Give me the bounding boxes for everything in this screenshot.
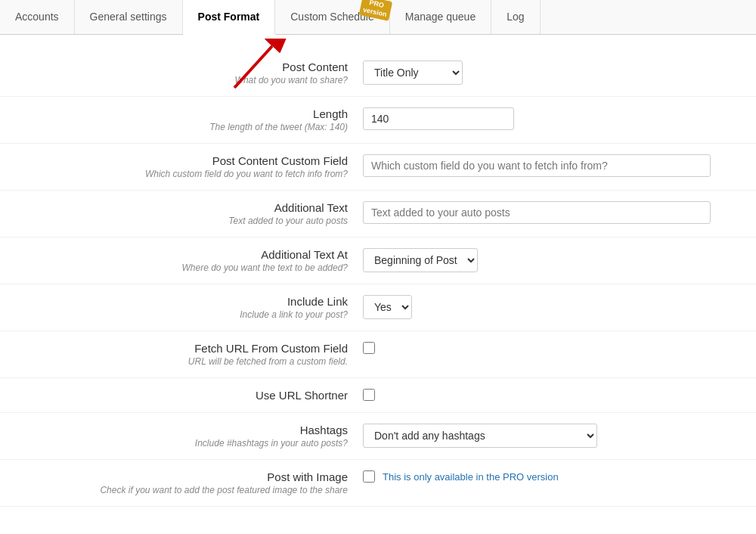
post-with-image-control: This is only available in the PRO versio… [363, 470, 741, 483]
url-shortener-checkbox[interactable] [363, 389, 375, 401]
svg-line-1 [234, 46, 272, 88]
red-arrow-icon [227, 39, 287, 92]
hashtags-row: Hashtags Include #hashtags in your auto … [0, 413, 756, 460]
include-link-control: Yes No [363, 295, 741, 319]
include-link-select[interactable]: Yes No [363, 295, 412, 319]
url-shortener-control [363, 389, 741, 401]
page-wrap: Accounts General settings Post Format Cu… [0, 0, 756, 534]
hashtags-control: Don't add any hashtags Common hashtags P… [363, 424, 741, 448]
length-label: Length The length of the tweet (Max: 140… [15, 107, 363, 132]
additional-text-label: Additional Text Text added to your auto … [15, 201, 363, 226]
include-link-label: Include Link Include a link to your post… [15, 295, 363, 320]
additional-text-control [363, 201, 741, 224]
post-with-image-label: Post with Image Check if you want to add… [15, 470, 363, 495]
url-shortener-label: Use URL Shortner [15, 389, 363, 402]
additional-text-row: Additional Text Text added to your auto … [0, 191, 756, 238]
pro-version-text: This is only available in the PRO versio… [383, 471, 559, 483]
additional-text-at-select[interactable]: Beginning of Post End of Post [363, 248, 478, 272]
custom-field-row: Post Content Custom Field Which custom f… [0, 144, 756, 191]
include-link-row: Include Link Include a link to your post… [0, 284, 756, 331]
post-with-image-checkbox[interactable] [363, 470, 375, 483]
fetch-url-label: Fetch URL From Custom Field URL will be … [15, 342, 363, 367]
post-content-select[interactable]: Title Only Full Text Excerpt Title + Exc… [363, 61, 463, 85]
additional-text-at-control: Beginning of Post End of Post [363, 248, 741, 272]
tab-manage-queue[interactable]: Manage queue [390, 0, 491, 34]
tab-accounts[interactable]: Accounts [0, 0, 75, 34]
length-control [363, 107, 741, 130]
post-content-control: Title Only Full Text Excerpt Title + Exc… [363, 61, 741, 85]
tab-custom-schedule[interactable]: Custom Schedule PRO version [275, 0, 390, 34]
post-content-label: Post Content What do you want to share? [15, 61, 363, 85]
length-input[interactable] [363, 107, 514, 130]
post-content-row: Post Content What do you want to share? … [0, 50, 756, 97]
additional-text-at-label: Additional Text At Where do you want the… [15, 248, 363, 273]
custom-field-control [363, 154, 741, 177]
tab-post-format[interactable]: Post Format [183, 0, 276, 35]
custom-field-input[interactable] [363, 154, 711, 177]
additional-text-at-row: Additional Text At Where do you want the… [0, 238, 756, 284]
tabs-nav: Accounts General settings Post Format Cu… [0, 0, 756, 35]
post-with-image-row: Post with Image Check if you want to add… [0, 460, 756, 507]
tab-general-settings[interactable]: General settings [75, 0, 183, 34]
additional-text-input[interactable] [363, 201, 711, 224]
url-shortener-row: Use URL Shortner [0, 378, 756, 413]
fetch-url-checkbox[interactable] [363, 342, 375, 354]
fetch-url-row: Fetch URL From Custom Field URL will be … [0, 331, 756, 378]
hashtags-select[interactable]: Don't add any hashtags Common hashtags P… [363, 424, 597, 448]
hashtags-label: Hashtags Include #hashtags in your auto … [15, 424, 363, 449]
fetch-url-control [363, 342, 741, 354]
custom-field-label: Post Content Custom Field Which custom f… [15, 154, 363, 179]
tab-log[interactable]: Log [491, 0, 540, 34]
form-content: Post Content What do you want to share? … [0, 35, 756, 522]
length-row: Length The length of the tweet (Max: 140… [0, 97, 756, 144]
